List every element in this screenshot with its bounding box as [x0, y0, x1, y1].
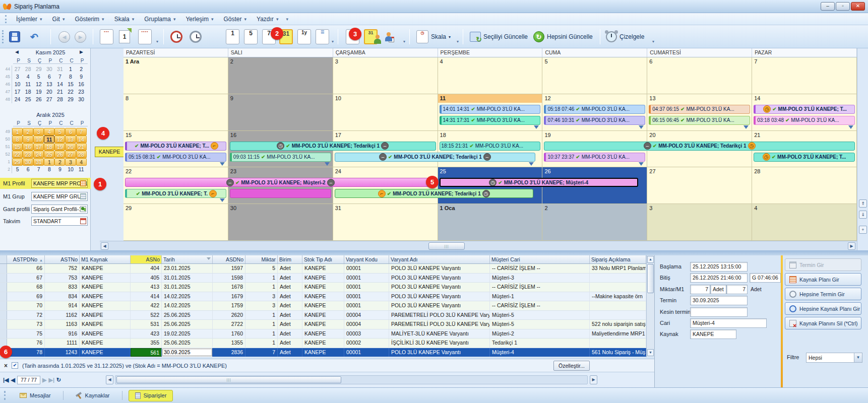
column-header-4[interactable]: Tarih: [162, 255, 213, 263]
mini-cal-day[interactable]: 26: [33, 96, 44, 103]
detail-input-4[interactable]: [690, 307, 748, 317]
collapse-up-icon[interactable]: ⇑: [859, 199, 867, 208]
mini-cal-day[interactable]: 11: [23, 81, 33, 88]
mini-cal-day[interactable]: 29: [65, 96, 76, 103]
scroll-right-icon[interactable]: ▶: [590, 375, 597, 384]
mini-cal-day[interactable]: 18: [44, 143, 54, 151]
mini-cal-day[interactable]: 30: [23, 158, 33, 166]
gantt-day-cell[interactable]: 5: [542, 57, 647, 94]
column-header-1[interactable]: ASTNo: [45, 255, 80, 263]
clock-badge-icon[interactable]: ◷: [763, 105, 771, 113]
mini-cal-day[interactable]: 8: [12, 136, 23, 143]
mini-cal-day[interactable]: 27: [65, 151, 76, 158]
mini-cal-day[interactable]: 1: [65, 65, 76, 73]
mini-cal-day[interactable]: 2: [23, 128, 33, 136]
mini-cal-day[interactable]: 19: [54, 143, 65, 151]
menu-item-1[interactable]: Git▾: [48, 14, 70, 24]
clock-badge-icon[interactable]: ◷: [277, 142, 284, 150]
mini-cal-day[interactable]: 1: [12, 128, 23, 136]
view-1-day-button[interactable]: 1: [224, 29, 241, 45]
zoom-plus-icon[interactable]: +: [859, 226, 867, 234]
mini-cal-day[interactable]: 10: [12, 81, 23, 88]
filtre-select[interactable]: Hepsi▼: [806, 353, 862, 363]
clock-badge-icon[interactable]: ◷: [489, 179, 497, 186]
gantt-day-cell[interactable]: 6: [647, 57, 752, 94]
gantt-day-cell[interactable]: 28: [752, 167, 857, 204]
mini-cal-day[interactable]: 21: [76, 143, 87, 151]
gantt-event[interactable]: ◷✔MM-POLO 3'LÜ KANEPE; T...: [754, 153, 855, 162]
calendar-select-button[interactable]: ▪▪▪: [98, 29, 115, 45]
mini-cal-day[interactable]: 27: [12, 65, 23, 73]
row-indicator[interactable]: [0, 301, 7, 310]
mini-cal-day[interactable]: 16: [23, 143, 33, 151]
table-row[interactable]: ▶781243KANEPE56130.09.202528367AdetKANEP…: [0, 348, 646, 358]
mini-cal-day[interactable]: 25: [44, 151, 54, 158]
row-indicator[interactable]: [0, 283, 7, 292]
toolbar-overflow[interactable]: ▾: [156, 39, 158, 44]
gantt-event[interactable]: –✔MM-POLO 3'LÜ KANEPE; Tedarikçi 1–: [335, 153, 535, 162]
mini-cal-day[interactable]: 4: [76, 158, 87, 166]
column-header-3[interactable]: ASNo: [131, 255, 162, 263]
mini-cal-day[interactable]: 2: [54, 158, 65, 166]
detail-input-3[interactable]: 30.09.2025: [690, 296, 748, 305]
gantt-day-cell[interactable]: 30: [228, 204, 333, 241]
mini-cal-day[interactable]: 19: [33, 88, 44, 96]
resource-day-button[interactable]: [383, 29, 394, 45]
gantt-event[interactable]: –✔MM-POLO 3'LÜ KANEPE; Tedarikçi 1◷: [544, 142, 855, 151]
gantt-day-cell[interactable]: 10: [333, 94, 438, 131]
mini-cal-day[interactable]: 20: [44, 88, 54, 96]
field-input[interactable]: KANEPE MRP GRUP: [31, 192, 88, 201]
update-selected-button[interactable]: Seçiliyi Güncelle: [468, 29, 530, 45]
mini-cal-day[interactable]: 30: [44, 65, 54, 73]
table-row[interactable]: 70914KANEPE42214.02.202517593AdetKANEPE0…: [0, 301, 646, 311]
row-indicator[interactable]: [0, 292, 7, 301]
resource-row-label[interactable]: KANEPE: [95, 147, 124, 157]
mini-cal-day[interactable]: 3: [33, 128, 44, 136]
mini-cal-day[interactable]: 31: [54, 65, 65, 73]
mini-cal-day[interactable]: 14: [76, 136, 87, 143]
mini-cal-day[interactable]: 28: [76, 151, 87, 158]
mini-cal-day[interactable]: 22: [65, 88, 76, 96]
refresh-records-button[interactable]: ↻: [56, 377, 61, 383]
gantt-event[interactable]: [230, 189, 331, 198]
view-5-day-button[interactable]: 5: [242, 29, 260, 45]
mini-cal-day[interactable]: 14: [54, 81, 65, 88]
expand-marker-icon[interactable]: [848, 125, 853, 129]
gantt-day-cell[interactable]: 7: [752, 57, 857, 94]
mini-cal-day[interactable]: 9: [54, 166, 65, 173]
action-button-0[interactable]: Termin Gir: [785, 258, 861, 271]
minus-badge-icon[interactable]: –: [483, 153, 491, 161]
mini-cal-day[interactable]: 11: [44, 136, 54, 143]
column-header-9[interactable]: Varyant Kodu: [344, 255, 389, 263]
gantt-day-cell[interactable]: 27: [647, 167, 752, 204]
scroll-up-icon[interactable]: ▲: [647, 256, 654, 263]
gantt-day-cell[interactable]: 29: [123, 204, 228, 241]
gantt-event[interactable]: 06:15 06:45✔MM-POLO 3'LÜ KA...: [649, 116, 750, 125]
column-header-5[interactable]: ASDNo: [213, 255, 245, 263]
gantt-h-scrollbar[interactable]: ◀ ||| ▶: [100, 241, 857, 250]
calendar-multi-button[interactable]: ▪▪▪▪: [136, 29, 154, 45]
menu-item-6[interactable]: Göster▾: [219, 14, 252, 24]
mini-cal-day[interactable]: 13: [44, 81, 54, 88]
grid-h-scroll-thumb[interactable]: |||: [116, 376, 341, 383]
mini-cal-day[interactable]: 16: [76, 81, 87, 88]
expand-marker-icon[interactable]: [529, 162, 534, 166]
menu-item-3[interactable]: Skala▾: [110, 14, 139, 24]
gantt-day-cell[interactable]: 31: [333, 204, 438, 241]
mini-cal-day[interactable]: 9: [23, 136, 33, 143]
customize-button[interactable]: Özelleştir...: [553, 361, 590, 371]
corner-badge-icon[interactable]: ⌐: [209, 190, 217, 197]
mini-cal-day[interactable]: 28: [54, 96, 65, 103]
field-input[interactable]: KANEPE MRP PROFİL: [31, 179, 88, 188]
column-header-11[interactable]: Müşteri Cari: [490, 255, 590, 263]
mini-cal-day[interactable]: 8: [65, 73, 76, 81]
toolbar-overflow[interactable]: ▾: [652, 39, 654, 44]
field-input[interactable]: Sipariş Gant Profili-1: [31, 205, 88, 214]
mini-cal-day[interactable]: 24: [33, 151, 44, 158]
gantt-event[interactable]: 07:46 10:31✔MM-POLO 3'LÜ KA...: [544, 116, 645, 125]
table-row[interactable]: 67753KANEPE40531.01.202515981AdetKANEPE0…: [0, 274, 646, 283]
back-button[interactable]: ◀: [56, 29, 72, 45]
minus-badge-icon[interactable]: –: [327, 179, 335, 186]
mini-cal-day[interactable]: 29: [33, 65, 44, 73]
table-row[interactable]: 731163KANEPE53125.06.202527221AdetKANEPE…: [0, 320, 646, 329]
